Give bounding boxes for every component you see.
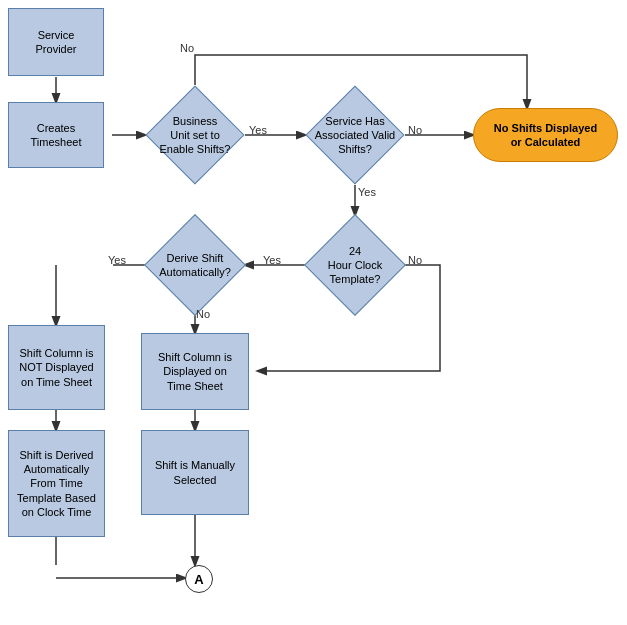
- label-yes-shs: No: [408, 124, 422, 136]
- service-provider-box: Service Provider: [8, 8, 104, 76]
- shift-not-displayed-box: Shift Column isNOT Displayedon Time Shee…: [8, 325, 105, 410]
- derive-shift-diamond: Derive ShiftAutomatically?: [145, 215, 245, 315]
- label-no-derive: No: [196, 308, 210, 320]
- service-has-shifts-diamond: Service HasAssociated ValidShifts?: [305, 90, 405, 180]
- flowchart: Service Provider Creates Timesheet Busin…: [0, 0, 627, 625]
- label-yes-clock: Yes: [263, 254, 281, 266]
- label-yes-derive: Yes: [108, 254, 126, 266]
- label-yes-shs2: Yes: [358, 186, 376, 198]
- business-unit-diamond: BusinessUnit set toEnable Shifts?: [145, 90, 245, 180]
- shift-derived-box: Shift is DerivedAutomaticallyFrom TimeTe…: [8, 430, 105, 537]
- no-shifts-oval: No Shifts Displayedor Calculated: [473, 108, 618, 162]
- label-no-clock: No: [408, 254, 422, 266]
- label-no-bu: No: [180, 42, 194, 54]
- circle-a: A: [185, 565, 213, 593]
- label-yes-bu: Yes: [249, 124, 267, 136]
- shift-displayed-box: Shift Column isDisplayed onTime Sheet: [141, 333, 249, 410]
- creates-timesheet-box: Creates Timesheet: [8, 102, 104, 168]
- shift-manual-box: Shift is ManuallySelected: [141, 430, 249, 515]
- clock-template-diamond: 24Hour ClockTemplate?: [305, 215, 405, 315]
